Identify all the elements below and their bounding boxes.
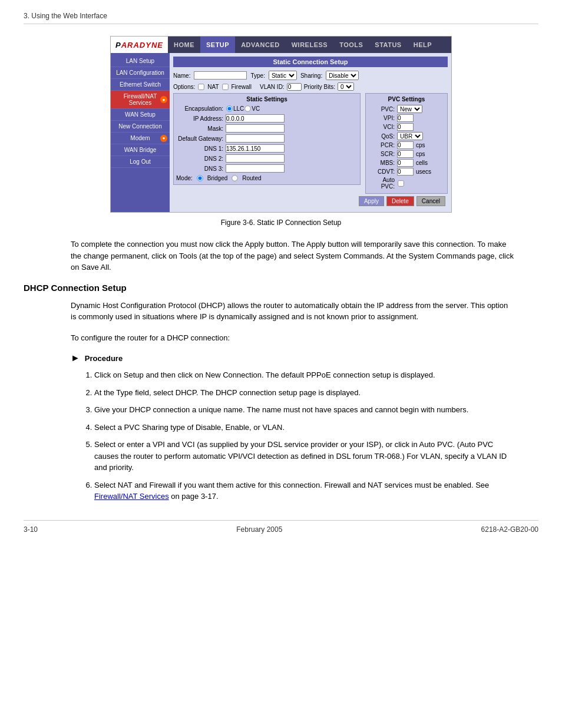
qos-select[interactable]: UBR: [397, 132, 423, 140]
type-select[interactable]: Static: [269, 71, 297, 80]
router-sidebar: LAN Setup LAN Configuration Ethernet Swi…: [111, 53, 170, 212]
sidebar-new-connection[interactable]: New Connection: [111, 121, 170, 133]
delete-button[interactable]: Delete: [386, 196, 414, 206]
nav-help[interactable]: HELP: [408, 37, 438, 53]
procedure-list: Click on Setup and then click on New Con…: [94, 369, 515, 502]
bridged-radio[interactable]: [197, 175, 203, 181]
mbs-row: MBS: cells: [368, 159, 445, 167]
sidebar-wan-bridge[interactable]: WAN Bridge: [111, 144, 170, 156]
llc-label: LLC: [233, 105, 244, 112]
sidebar-ethernet-switch[interactable]: Ethernet Switch: [111, 79, 170, 91]
vci-label: VCI:: [368, 124, 395, 130]
cdvt-input[interactable]: [397, 168, 414, 176]
firewall-badge: ●: [160, 96, 167, 103]
vlan-id-label: VLAN ID:: [260, 84, 285, 90]
sidebar-lan-config[interactable]: LAN Configuration: [111, 67, 170, 79]
apply-button[interactable]: Apply: [359, 196, 384, 206]
nav-advanced[interactable]: ADVANCED: [235, 37, 286, 53]
nav-wireless[interactable]: WIRELESS: [286, 37, 333, 53]
pcr-row: PCR: cps: [368, 141, 445, 149]
options-label: Options:: [173, 84, 195, 90]
name-input[interactable]: [194, 71, 247, 80]
step-5: Select or enter a VPI and VCI (as suppli…: [94, 439, 515, 474]
pcr-input[interactable]: [397, 141, 414, 149]
mask-label: Mask:: [176, 125, 223, 132]
name-type-row: Name: Type: Static Sharing: Disable: [173, 71, 448, 80]
dns1-input[interactable]: [226, 144, 285, 153]
cdvt-row: CDVT: usecs: [368, 168, 445, 176]
sidebar-lan-setup[interactable]: LAN Setup: [111, 55, 170, 67]
mode-label: Mode:: [176, 175, 193, 181]
bridged-label: Bridged: [207, 175, 227, 181]
cdvt-unit: usecs: [416, 168, 431, 175]
dns2-label: DNS 2:: [176, 155, 223, 162]
sharing-select[interactable]: Disable: [326, 71, 359, 80]
ip-address-label: IP Address:: [176, 115, 223, 122]
cancel-button[interactable]: Cancel: [416, 196, 445, 206]
scr-row: SCR: cps: [368, 150, 445, 158]
nav-status[interactable]: STATUS: [369, 37, 407, 53]
static-settings-area: Static Settings Encapsulation: LLC VC IP…: [173, 93, 361, 194]
type-label: Type:: [250, 72, 265, 79]
nav-setup[interactable]: SETUP: [200, 37, 235, 53]
pcr-label: PCR:: [368, 142, 395, 148]
vci-input[interactable]: [397, 123, 414, 131]
priority-bits-select[interactable]: 0: [338, 82, 354, 91]
procedure-label: Procedure: [85, 354, 123, 363]
llc-radio[interactable]: [226, 105, 232, 111]
sharing-label: Sharing:: [300, 72, 322, 79]
procedure-heading: ► Procedure: [71, 353, 538, 363]
ip-address-input[interactable]: [226, 114, 285, 123]
router-logo: PARADYNE: [111, 37, 168, 53]
vlan-id-input[interactable]: [287, 83, 302, 91]
nav-home[interactable]: HOME: [168, 37, 200, 53]
name-label: Name:: [173, 72, 190, 79]
dhcp-paragraph1: Dynamic Host Configuration Protocol (DHC…: [71, 300, 515, 323]
vc-label: VC: [252, 105, 260, 112]
footer-doc-number: 6218-A2-GB20-00: [481, 525, 538, 534]
pvc-row: PVC: New: [368, 105, 445, 113]
dns3-input[interactable]: [226, 164, 285, 173]
firewall-nat-link[interactable]: Firewall/NAT Services: [94, 492, 169, 501]
pvc-settings-area: PVC Settings PVC: New VPI: VCI:: [365, 93, 448, 194]
step-1: Click on Setup and then click on New Con…: [94, 369, 515, 381]
priority-bits-label: Priority Bits:: [304, 84, 335, 90]
router-main-content: Static Connection Setup Name: Type: Stat…: [170, 53, 451, 212]
default-gateway-input[interactable]: [226, 134, 285, 143]
step-2: At the Type field, select DHCP. The DHCP…: [94, 387, 515, 399]
auto-pvc-checkbox[interactable]: [398, 180, 404, 186]
body-paragraph: To complete the connection you must now …: [71, 239, 515, 273]
routed-radio[interactable]: [232, 175, 238, 181]
encapsulation-row: Encapsulation: LLC VC: [176, 105, 358, 112]
mask-input[interactable]: [226, 124, 285, 133]
pvc-select[interactable]: New: [397, 105, 422, 113]
procedure-arrow-icon: ►: [71, 353, 80, 363]
dns3-row: DNS 3:: [176, 164, 358, 173]
firewall-checkbox[interactable]: [222, 84, 228, 90]
modem-badge: ●: [160, 135, 167, 142]
mask-row: Mask:: [176, 124, 358, 133]
sidebar-modem[interactable]: Modem ●: [111, 133, 170, 144]
dhcp-section-heading: DHCP Connection Setup: [24, 283, 538, 293]
scr-unit: cps: [416, 151, 425, 157]
mbs-input[interactable]: [397, 159, 414, 167]
nav-tools[interactable]: TOOLS: [333, 37, 369, 53]
pvc-settings-title: PVC Settings: [368, 96, 445, 102]
step-3: Give your DHCP connection a unique name.…: [94, 404, 515, 416]
router-navbar: PARADYNE HOME SETUP ADVANCED WIRELESS TO…: [111, 37, 451, 53]
page-footer: 3-10 February 2005 6218-A2-GB20-00: [24, 520, 538, 534]
dns2-input[interactable]: [226, 154, 285, 163]
nat-checkbox[interactable]: [199, 84, 204, 90]
footer-date: February 2005: [236, 525, 282, 534]
vpi-input[interactable]: [397, 114, 414, 122]
dns1-row: DNS 1:: [176, 144, 358, 153]
vc-radio[interactable]: [245, 105, 251, 111]
scr-input[interactable]: [397, 150, 414, 158]
sidebar-logout[interactable]: Log Out: [111, 156, 170, 168]
routed-label: Routed: [242, 175, 261, 181]
sidebar-firewall-nat[interactable]: Firewall/NAT Services ●: [111, 91, 170, 109]
sidebar-wan-setup[interactable]: WAN Setup: [111, 109, 170, 121]
scr-label: SCR:: [368, 151, 395, 157]
auto-pvc-label: Auto PVC:: [368, 177, 395, 190]
default-gateway-row: Default Gateway:: [176, 134, 358, 143]
